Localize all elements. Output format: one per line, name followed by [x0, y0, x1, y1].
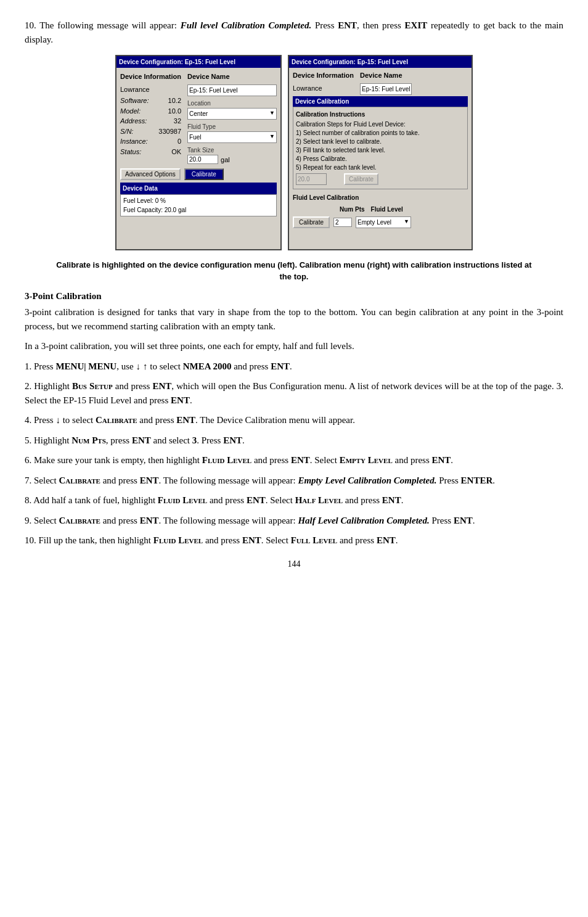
step1-bold2: NMEA 2000 — [183, 361, 232, 371]
step7-bold2: Half Level — [295, 495, 343, 505]
right-device-window: Device Configuration: Ep-15: Fuel Level … — [288, 55, 473, 250]
step7-pre: 8. Add half a tank of fuel, highlight — [25, 495, 158, 505]
tank-size-unit: gal — [221, 155, 230, 165]
intro-exit: EXIT — [405, 20, 428, 30]
num-pts-input[interactable] — [333, 218, 352, 227]
step1-end: . — [290, 361, 292, 371]
device-data-header: Device Data — [120, 183, 277, 194]
address-value: 32 — [174, 116, 181, 126]
step9-ent2: ENT — [377, 535, 396, 545]
step8-italic: Half Level Calibration Completed. — [298, 516, 429, 525]
step4-end-pre: . Press — [197, 435, 223, 445]
intro-text: 10. The following message will appear: — [25, 20, 181, 30]
caption: Calibrate is highlighted on the device c… — [25, 259, 563, 283]
step3-arrow: ↓ — [55, 414, 60, 425]
step5-pre: 6. Make sure your tank is empty, then hi… — [25, 455, 202, 465]
empty-level-select[interactable]: Empty Level ▼ — [356, 216, 411, 228]
fluid-level-section: Fluid Level Calibration Num Pts Fluid Le… — [293, 193, 468, 228]
step4-pre: 5. Highlight — [25, 435, 71, 445]
model-row: Model: 10.0 — [120, 106, 181, 117]
step1-end-pre: and press — [231, 361, 271, 371]
step5-mid2: . Select — [310, 455, 340, 465]
location-input[interactable]: Center ▼ — [187, 108, 277, 120]
step9-bold: Fluid Level — [153, 535, 203, 545]
step2-pre: 2. Highlight — [25, 381, 72, 391]
cal-instructions-title: Calibration Instructions — [296, 110, 465, 119]
status-value: OK — [171, 147, 181, 157]
step1-arrows: ↓ ↑ — [136, 361, 147, 371]
step9-pre: 10. Fill up the tank, then highlight — [25, 535, 153, 545]
section-title: 3-Point Calibration — [25, 289, 563, 303]
right-device-name-field: Ep-15: Fuel Level — [360, 83, 412, 95]
right-window-title: Device Configuration: Ep-15: Fuel Level — [289, 56, 472, 68]
instance-value: 0 — [178, 136, 181, 147]
instance-label: Instance: — [120, 136, 148, 147]
tank-size-input[interactable] — [187, 155, 218, 164]
right-lowrance-label: Lowrance — [293, 83, 354, 94]
step9-ent: ENT — [242, 535, 261, 545]
intro-rest: Press — [311, 20, 338, 30]
left-window-title: Device Configuration: Ep-15: Fuel Level — [116, 56, 280, 68]
step4: 5. Highlight Num Pts, press ENT and sele… — [25, 434, 563, 448]
step6-end: . — [492, 475, 495, 485]
advanced-options-button[interactable]: Advanced Options — [120, 168, 181, 180]
calibration-instructions: Calibration Instructions Calibration Ste… — [293, 107, 468, 189]
step4-mid: , press — [106, 435, 132, 445]
intro-paragraph: 10. The following message will appear: F… — [25, 19, 563, 46]
screenshots-row: Device Configuration: Ep-15: Fuel Level … — [25, 55, 563, 250]
step3-rest: . The Device Calibration menu will appea… — [195, 415, 355, 425]
step6-mid: and press — [100, 475, 140, 485]
step9-mid: and press — [203, 535, 242, 545]
fluid-type-input[interactable]: Fuel ▼ — [187, 131, 277, 143]
fluid-level-headers: Num Pts Fluid Level — [293, 205, 468, 214]
cal-step1: 1) Select number of calibration points t… — [296, 129, 465, 138]
step3-end-pre: and press — [137, 415, 176, 425]
model-label: Model: — [120, 106, 141, 117]
step1-bold1: MENU| MENU — [55, 361, 116, 371]
step1-mid2: to select — [148, 361, 183, 371]
step7-mid: and press — [207, 495, 247, 505]
step7-end-pre: and press — [343, 495, 382, 505]
cal-steps-title: Calibration Steps for Fluid Level Device… — [296, 120, 465, 129]
step5-ent: ENT — [291, 455, 310, 465]
step6-enter: ENTER — [461, 475, 493, 485]
para1: 3-point calibration is designed for tank… — [25, 305, 563, 333]
step2-bold: Bus Setup — [72, 381, 113, 391]
calibrate-button[interactable]: Calibrate — [184, 168, 224, 180]
step7-ent: ENT — [247, 495, 266, 505]
empty-level-arrow: ▼ — [404, 218, 409, 226]
step1-pre: 1. Press — [25, 361, 55, 371]
tank-val-row: 20.0 Calibrate — [296, 173, 465, 185]
lowrance-label: Lowrance — [120, 84, 181, 95]
calibrate-small-btn[interactable]: Calibrate — [293, 216, 330, 228]
location-dropdown-arrow: ▼ — [269, 109, 275, 118]
step6-italic: Empty Level Calibration Completed. — [298, 475, 436, 485]
software-row: Software: 10.2 — [120, 96, 181, 106]
left-device-name-header: Device Name — [187, 72, 277, 82]
right-device-info-header: Device Information — [293, 70, 354, 81]
buttons-row: Advanced Options Calibrate — [120, 168, 277, 180]
calibrate-gray-btn[interactable]: Calibrate — [344, 173, 378, 185]
step9: 10. Fill up the tank, then highlight Flu… — [25, 533, 563, 548]
step8-ent: ENT — [140, 516, 159, 525]
step7-ent2: ENT — [382, 495, 401, 505]
fuel-level-value: Fuel Level: 0 % — [123, 196, 274, 205]
sn-row: S/N: 330987 — [120, 126, 181, 137]
step8-bold: Calibrate — [59, 516, 100, 525]
cal-step5: 5) Repeat for each tank level. — [296, 163, 465, 172]
tank-val-box1: 20.0 — [296, 173, 327, 185]
step7-mid2: . Select — [266, 495, 295, 505]
cal-step2: 2) Select tank level to calibrate. — [296, 138, 465, 146]
step9-mid2: . Select — [261, 535, 291, 545]
step6-pre: 7. Select — [25, 475, 59, 485]
step7-end: . — [401, 495, 404, 505]
step9-end-pre: and press — [337, 535, 377, 545]
spacer-col — [293, 205, 336, 214]
step4-mid2: and select — [151, 435, 192, 445]
step6-end-pre: Press — [436, 475, 460, 485]
step5-end-pre: and press — [393, 455, 432, 465]
empty-level-value: Empty Level — [357, 218, 391, 227]
caption-text: Calibrate is highlighted on the device c… — [56, 260, 531, 282]
step7-bold: Fluid Level — [158, 495, 207, 505]
step3-bold: Calibrate — [96, 415, 137, 425]
